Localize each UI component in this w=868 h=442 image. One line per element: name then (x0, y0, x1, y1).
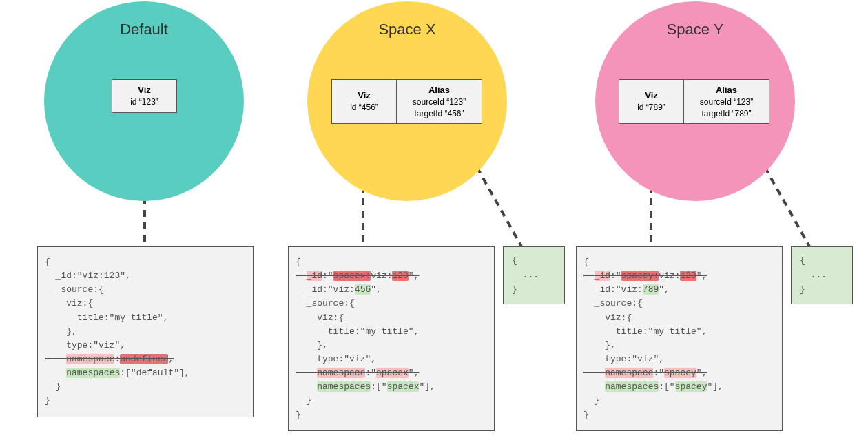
card-line: id “123” (118, 96, 171, 108)
card-name: Viz (118, 84, 171, 96)
card-name: Alias (402, 84, 476, 96)
viz-card-spacey: Viz id “789” (619, 79, 684, 124)
space-title: Space X (307, 1, 507, 39)
card-name: Alias (690, 84, 763, 96)
alias-code-spacey: { ... } (791, 246, 853, 304)
card-line: targetId “789” (690, 108, 763, 120)
viz-card-spacex: Viz id “456” (331, 79, 397, 124)
diagram-root: Default Viz id “123” { _id:"viz:123", _s… (0, 0, 868, 442)
alias-card-spacey: Alias sourceId “123” targetId “789” (683, 79, 769, 124)
space-title: Space Y (595, 1, 795, 39)
card-line: id “456” (338, 102, 391, 114)
card-name: Viz (625, 90, 678, 102)
viz-card-default: Viz id “123” (112, 79, 177, 113)
card-line: sourceId “123” (690, 96, 763, 108)
alias-code-spacex: { ... } (503, 246, 565, 304)
card-line: targetId “456” (402, 108, 476, 120)
space-title: Default (44, 1, 244, 39)
card-line: sourceId “123” (402, 96, 476, 108)
card-name: Viz (338, 90, 391, 102)
card-line: id “789” (625, 102, 678, 114)
code-box-spacey: { _id:"spacey:viz:123", _id:"viz:789", _… (576, 246, 783, 431)
alias-card-spacex: Alias sourceId “123” targetId “456” (396, 79, 482, 124)
code-box-spacex: { _id:"spacex:viz:123", _id:"viz:456", _… (288, 246, 495, 431)
code-box-default: { _id:"viz:123", _source:{ viz:{ title:"… (37, 246, 254, 417)
